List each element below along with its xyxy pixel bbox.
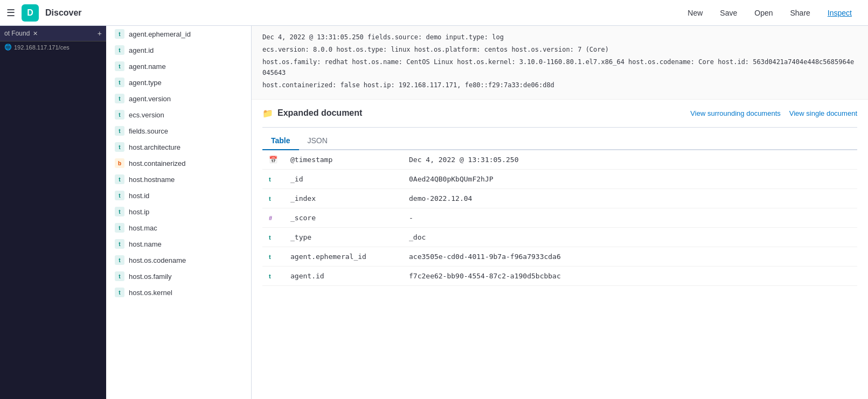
field-name: host.os.family	[129, 272, 171, 281]
field-type-badge: b	[115, 158, 124, 168]
field-type-badge: t	[115, 223, 124, 233]
field-type-badge: t	[115, 45, 124, 55]
row-icon: t	[262, 169, 284, 188]
expanded-actions: View surrounding documents View single d…	[690, 109, 857, 117]
main-content: Dec 4, 2022 @ 13:31:05.250 fields.source…	[252, 26, 868, 399]
field-type-badge: t	[115, 271, 124, 281]
text-type-icon: t	[269, 195, 271, 202]
url-text: 192.168.117.171/ces	[14, 44, 70, 51]
sidebar-field-item[interactable]: thost.architecture	[106, 139, 251, 155]
share-button[interactable]: Share	[783, 5, 818, 20]
browser-tab[interactable]: ot Found ✕ +	[0, 26, 106, 41]
field-type-badge: t	[115, 110, 124, 120]
field-name: host.hostname	[129, 176, 175, 184]
row-field: agent.ephemeral_id	[284, 247, 402, 266]
text-type-icon: t	[269, 234, 271, 241]
row-value: Dec 4, 2022 @ 13:31:05.250	[402, 150, 857, 170]
sidebar-field-item[interactable]: thost.os.family	[106, 268, 251, 284]
tabs-row: Table JSON	[262, 132, 857, 150]
field-type-badge: t	[115, 142, 124, 152]
row-value: _doc	[402, 227, 857, 247]
sidebar-field-item[interactable]: tagent.id	[106, 42, 251, 58]
view-surrounding-link[interactable]: View surrounding documents	[690, 109, 780, 117]
new-button[interactable]: New	[680, 5, 710, 20]
folder-icon: 📁	[262, 108, 273, 118]
table-row: t _id 0Aed24QB0pKbQUmF2hJP	[262, 169, 857, 188]
sidebar-field-item[interactable]: thost.os.codename	[106, 252, 251, 268]
table-row: 📅 @timestamp Dec 4, 2022 @ 13:31:05.250	[262, 150, 857, 170]
field-name: host.os.codename	[129, 256, 186, 264]
browser-url-bar: 🌐 192.168.117.171/ces	[0, 41, 106, 53]
field-type-badge: t	[115, 94, 124, 103]
field-type-badge: t	[115, 255, 124, 265]
table-row: t _index demo-2022.12.04	[262, 188, 857, 208]
new-tab-icon[interactable]: +	[98, 29, 102, 38]
sidebar-field-item[interactable]: tagent.name	[106, 58, 251, 74]
main-layout: ot Found ✕ + 🌐 192.168.117.171/ces tagen…	[0, 26, 868, 399]
row-icon: 📅	[262, 150, 284, 170]
app-logo: D	[22, 4, 39, 22]
globe-icon: 🌐	[4, 44, 12, 51]
row-field: _type	[284, 227, 402, 247]
tab-json[interactable]: JSON	[299, 132, 336, 150]
field-name: host.ip	[129, 208, 149, 216]
sidebar-field-item[interactable]: tagent.type	[106, 74, 251, 90]
field-type-badge: t	[115, 78, 124, 87]
topbar-left: ☰ D Discover	[0, 4, 82, 22]
field-name: host.name	[129, 240, 162, 248]
field-name: agent.version	[129, 95, 171, 103]
field-type-badge: t	[115, 29, 124, 39]
close-icon[interactable]: ✕	[33, 30, 38, 37]
log-line-4: host.containerized: false host.ip: 192.1…	[262, 80, 857, 90]
sidebar-field-item[interactable]: thost.hostname	[106, 171, 251, 187]
field-name: agent.id	[129, 46, 154, 54]
sidebar-field-item[interactable]: thost.name	[106, 236, 251, 252]
sidebar-field-item[interactable]: tfields.source	[106, 123, 251, 139]
row-icon: t	[262, 266, 284, 285]
log-banner: Dec 4, 2022 @ 13:31:05.250 fields.source…	[252, 26, 868, 100]
sidebar-field-item[interactable]: thost.mac	[106, 220, 251, 236]
open-button[interactable]: Open	[747, 5, 780, 20]
field-name: agent.name	[129, 62, 166, 71]
row-icon: t	[262, 227, 284, 247]
sidebar-field-item[interactable]: tecs.version	[106, 107, 251, 123]
tab-table[interactable]: Table	[262, 132, 299, 150]
expanded-title: 📁 Expanded document	[262, 108, 362, 118]
sidebar-field-item[interactable]: thost.ip	[106, 204, 251, 220]
hamburger-menu-icon[interactable]: ☰	[6, 7, 15, 19]
expanded-title-text: Expanded document	[277, 108, 362, 118]
row-value: -	[402, 208, 857, 227]
sidebar-field-item[interactable]: thost.id	[106, 187, 251, 204]
field-name: agent.ephemeral_id	[129, 30, 191, 38]
field-name: host.id	[129, 192, 149, 200]
browser-tab-label: ot Found	[4, 30, 30, 37]
row-value: 0Aed24QB0pKbQUmF2hJP	[402, 169, 857, 188]
row-field: @timestamp	[284, 150, 402, 170]
save-button[interactable]: Save	[712, 5, 745, 20]
field-type-badge: t	[115, 239, 124, 249]
hash-icon: #	[269, 215, 272, 221]
row-value: ace3505e-cd0d-4011-9b7a-f96a7933cda6	[402, 247, 857, 266]
inspect-button[interactable]: Inspect	[820, 5, 859, 20]
row-value: demo-2022.12.04	[402, 188, 857, 208]
row-icon: t	[262, 247, 284, 266]
table-row: t agent.ephemeral_id ace3505e-cd0d-4011-…	[262, 247, 857, 266]
sidebar-field-item[interactable]: tagent.version	[106, 90, 251, 107]
sidebar-field-item[interactable]: tagent.ephemeral_id	[106, 26, 251, 42]
table-row: t _type _doc	[262, 227, 857, 247]
row-field: _score	[284, 208, 402, 227]
field-name: host.containerized	[129, 159, 186, 167]
row-icon: t	[262, 188, 284, 208]
field-type-badge: t	[115, 288, 124, 297]
sidebar-field-item[interactable]: thost.os.kernel	[106, 284, 251, 300]
sidebar-field-item[interactable]: bhost.containerized	[106, 155, 251, 171]
log-line-2: ecs.version: 8.0.0 host.os.type: linux h…	[262, 45, 857, 55]
field-name: agent.type	[129, 79, 162, 87]
calendar-icon: 📅	[269, 156, 277, 164]
field-name: ecs.version	[129, 111, 164, 119]
text-type-icon: t	[269, 254, 271, 260]
field-type-badge: t	[115, 174, 124, 184]
view-single-link[interactable]: View single document	[789, 109, 857, 117]
field-name: host.architecture	[129, 143, 180, 151]
topbar: ☰ D Discover New Save Open Share Inspect	[0, 0, 868, 26]
